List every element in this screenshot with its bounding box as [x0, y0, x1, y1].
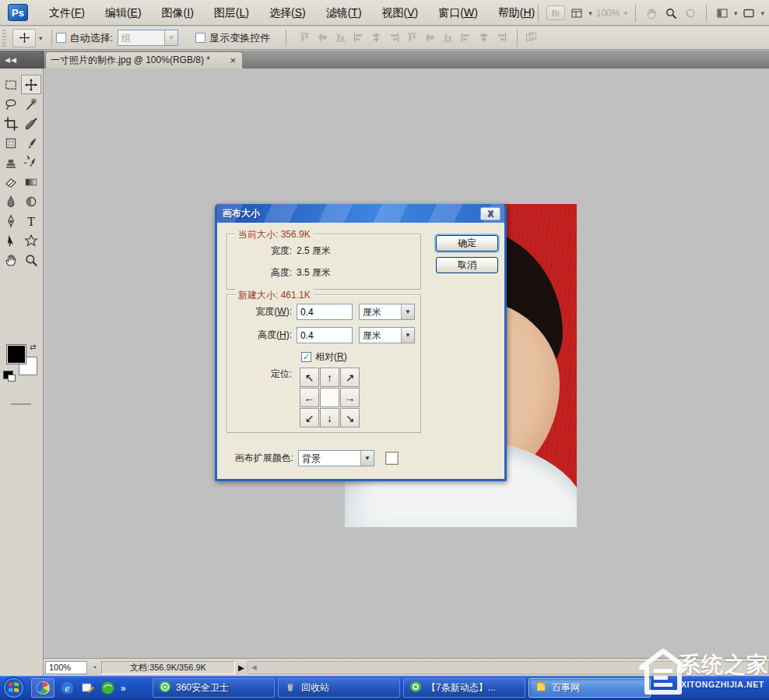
toolbox-grid: T	[1, 75, 43, 269]
menu-filter[interactable]: 滤镜(T)	[316, 0, 372, 26]
spot-healing-brush-tool[interactable]	[1, 133, 21, 153]
svg-text:T: T	[27, 214, 35, 227]
auto-select-checkbox[interactable]	[56, 33, 66, 43]
show-transform-checkbox[interactable]	[195, 33, 205, 43]
relative-checkbox[interactable]: ✓	[301, 352, 311, 362]
menu-view[interactable]: 视图(V)	[372, 0, 429, 26]
height-unit-select[interactable]: 厘米 ▼	[359, 327, 415, 343]
crop-tool[interactable]	[1, 114, 21, 133]
menu-window[interactable]: 窗口(W)	[428, 0, 488, 26]
dialog-close-button[interactable]: X	[480, 207, 500, 220]
show-desktop-icon[interactable]	[80, 681, 95, 695]
auto-select-target-select[interactable]: 组 ▼	[118, 30, 178, 46]
anchor-arrow-3[interactable]: ←	[300, 388, 319, 407]
default-colors-icon[interactable]	[3, 371, 13, 379]
toolbox-divider	[11, 403, 31, 405]
path-selection-tool[interactable]	[1, 230, 21, 250]
chevron-down-icon[interactable]: ▾	[734, 9, 738, 17]
menu-image[interactable]: 图像(I)	[152, 0, 204, 26]
swap-colors-icon[interactable]: ⇄	[30, 343, 40, 353]
new-height-label: 高度(H):	[226, 329, 297, 342]
clone-stamp-tool[interactable]	[1, 153, 21, 172]
chevron-down-icon[interactable]: ▾	[588, 9, 592, 17]
magic-wand-tool[interactable]	[21, 94, 41, 114]
anchor-arrow-0[interactable]: ↖	[300, 368, 319, 387]
foreground-color-swatch[interactable]	[6, 344, 26, 364]
rectangular-marquee-tool[interactable]	[1, 75, 21, 94]
chevron-down-icon[interactable]: ▾	[760, 9, 764, 17]
scroll-left-icon[interactable]: ◀	[248, 663, 257, 671]
360-browser-icon[interactable]	[100, 681, 115, 695]
menu-file[interactable]: 文件(F)	[39, 0, 95, 26]
options-bar-grip[interactable]	[2, 30, 6, 47]
anchor-center-cell[interactable]	[320, 388, 339, 407]
auto-select-option: 自动选择:	[56, 31, 114, 45]
new-height-input[interactable]	[297, 327, 353, 343]
blur-tool[interactable]	[1, 192, 21, 211]
move-tool[interactable]	[21, 75, 41, 94]
horizontal-type-tool[interactable]: T	[21, 211, 41, 230]
dialog-body: 当前大小: 356.9K 宽度: 2.5 厘米 高度: 3.5 厘米 确定 取消…	[217, 223, 504, 479]
canvas-size-dialog: 画布大小 X 当前大小: 356.9K 宽度: 2.5 厘米 高度: 3.5 厘…	[215, 204, 507, 481]
chevron-down-icon[interactable]: ▾	[39, 34, 43, 42]
custom-shape-tool[interactable]	[21, 230, 41, 250]
dialog-title-bar[interactable]: 画布大小 X	[217, 204, 504, 223]
start-button[interactable]	[2, 677, 25, 699]
taskbar-button-recycle-bin[interactable]: 回收站	[278, 678, 400, 698]
separator	[51, 30, 52, 47]
new-width-input[interactable]	[297, 304, 353, 320]
gradient-tool[interactable]	[21, 172, 41, 192]
bridge-button[interactable]: Br	[546, 5, 565, 20]
taskbar-button-baishiwang[interactable]: 百事网	[528, 678, 651, 698]
toolbox-panel: T ⇄	[0, 69, 44, 676]
extension-color-select[interactable]: 背景 ▼	[298, 450, 374, 466]
tab-close-icon[interactable]: ×	[228, 55, 237, 65]
anchor-arrow-6[interactable]: ↙	[300, 408, 319, 427]
anchor-arrow-2[interactable]: ↗	[340, 368, 360, 387]
status-doc-info: 文档:356.9K/356.9K	[101, 661, 235, 674]
internet-explorer-icon[interactable]: e	[60, 681, 75, 695]
taskbar-button-news[interactable]: 【7条新动态】...	[403, 678, 525, 698]
brush-tool[interactable]	[21, 133, 41, 153]
menu-edit[interactable]: 编辑(E)	[95, 0, 152, 26]
horizontal-scrollbar[interactable]: ◀	[248, 661, 769, 674]
pen-tool[interactable]	[1, 211, 21, 230]
zoom-tool-icon[interactable]	[663, 6, 679, 20]
anchor-arrow-7[interactable]: ↓	[320, 408, 339, 427]
arrange-documents-icon[interactable]	[569, 6, 585, 20]
status-zoom-input[interactable]: 100%	[45, 661, 87, 674]
quick-launch-more-icon[interactable]: »	[121, 683, 126, 694]
toolbox-collapse-header[interactable]: ◀◀	[0, 51, 44, 69]
width-unit-select[interactable]: 厘米 ▼	[359, 304, 415, 320]
dodge-tool[interactable]	[21, 192, 41, 211]
menu-layer[interactable]: 图层(L)	[204, 0, 259, 26]
cancel-button[interactable]: 取消	[436, 257, 498, 273]
lasso-tool[interactable]	[1, 94, 21, 114]
show-transform-label: 显示变换控件	[209, 31, 270, 45]
ok-button[interactable]: 确定	[436, 235, 498, 252]
history-brush-tool[interactable]	[21, 153, 41, 172]
status-expand-icon[interactable]: ▶	[235, 663, 248, 672]
eyedropper-tool[interactable]	[21, 114, 41, 133]
taskbar-button-360[interactable]: 360安全卫士	[153, 678, 275, 698]
eraser-tool[interactable]	[1, 172, 21, 192]
current-size-heading: 当前大小: 356.9K	[235, 228, 314, 241]
distribute-left-edges-icon	[459, 31, 474, 45]
workspace-icon[interactable]	[715, 6, 730, 20]
extension-color-swatch[interactable]	[385, 452, 399, 465]
anchor-arrow-5[interactable]: →	[340, 388, 360, 407]
align-bottom-edges-icon	[334, 31, 349, 45]
zoom-level-value[interactable]: 100%	[596, 8, 620, 19]
anchor-arrow-1[interactable]: ↑	[320, 368, 339, 387]
menu-select[interactable]: 选择(S)	[259, 0, 316, 26]
options-bar: ▾ 自动选择: 组 ▼ 显示变换控件	[0, 26, 769, 50]
align-top-edges-icon	[298, 31, 313, 45]
hand-tool[interactable]	[1, 250, 21, 269]
anchor-arrow-8[interactable]: ↘	[340, 408, 360, 427]
screen-mode-icon[interactable]	[741, 6, 757, 20]
document-tab[interactable]: 一寸照片的制作.jpg @ 100%(RGB/8) * ×	[45, 51, 243, 69]
zoom-tool[interactable]	[21, 250, 41, 269]
show-transform-option: 显示变换控件	[195, 31, 270, 45]
dropdown-arrow-icon: ▼	[164, 30, 177, 45]
360-desktop-icon[interactable]	[31, 678, 54, 698]
